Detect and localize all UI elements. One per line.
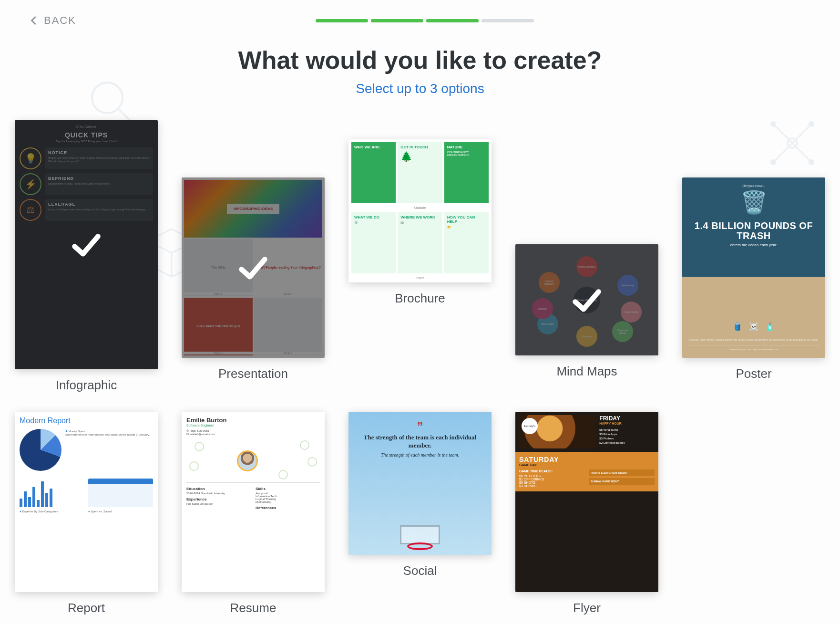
resume-thumbnail: Emilie Burton Software Engineer ✆ (555) … (182, 412, 325, 592)
option-label: Infographic (56, 378, 117, 393)
bar-chart-icon (20, 479, 84, 507)
option-poster[interactable]: Did you know... 🗑️ 1.4 BILLION POUNDS OF… (682, 120, 825, 393)
option-label: Social (403, 563, 437, 578)
option-label: Report (68, 601, 105, 615)
infographic-thumbnail: Critic Catcher QUICK TIPS Tips for Lever… (15, 120, 158, 369)
back-label: BACK (44, 14, 76, 27)
food-photo-icon (519, 415, 596, 448)
option-label: Brochure (395, 291, 445, 306)
progress-seg-1 (316, 19, 368, 22)
poster-thumbnail: Did you know... 🗑️ 1.4 BILLION POUNDS OF… (682, 177, 825, 358)
page-title: What would you like to create? (0, 46, 840, 74)
option-brochure[interactable]: WHO WE ARE GET IN TOUCH🌲 NATURECONSERVAN… (348, 120, 492, 393)
trash-icon: 🗑️ (687, 189, 820, 215)
option-flyer[interactable]: FRIDAY HAPPY HOUR $5 Wing Buffet $5 Pric… (515, 412, 658, 615)
report-thumbnail: Modern Report ● Money SpentSummary of ho… (15, 412, 158, 592)
option-presentation[interactable]: Title SlideSlide 2 Aren't People reading… (182, 120, 325, 393)
option-resume[interactable]: Emilie Burton Software Engineer ✆ (555) … (182, 412, 325, 615)
option-label: Poster (736, 366, 771, 381)
option-label: Presentation (218, 366, 288, 381)
flyer-thumbnail: FRIDAY HAPPY HOUR $5 Wing Buffet $5 Pric… (515, 412, 658, 592)
progress-seg-4 (481, 19, 534, 22)
quote-icon: ” (417, 424, 423, 429)
avatar-icon (237, 450, 258, 471)
option-label: Resume (230, 601, 277, 615)
option-infographic[interactable]: Critic Catcher QUICK TIPS Tips for Lever… (15, 120, 158, 393)
check-icon (236, 251, 270, 284)
presentation-thumbnail: Title SlideSlide 2 Aren't People reading… (182, 177, 325, 358)
progress-seg-3 (426, 19, 479, 22)
option-social[interactable]: ” The strength of the team is each indiv… (348, 412, 492, 615)
check-icon (570, 283, 604, 317)
option-mindmaps[interactable]: Content Marketing Public Speaking Advert… (515, 120, 658, 393)
option-report[interactable]: Modern Report ● Money SpentSummary of ho… (15, 412, 158, 615)
page-subtitle: Select up to 3 options (0, 81, 840, 96)
progress-bar (316, 19, 534, 22)
mindmaps-thumbnail: Content Marketing Public Speaking Advert… (515, 244, 658, 355)
social-thumbnail: ” The strength of the team is each indiv… (348, 412, 492, 555)
brochure-thumbnail: WHO WE ARE GET IN TOUCH🌲 NATURECONSERVAN… (348, 139, 492, 282)
pie-chart-icon (20, 429, 61, 471)
option-label: Mind Maps (556, 364, 617, 379)
basketball-hoop-icon (391, 517, 449, 555)
progress-seg-2 (371, 19, 423, 22)
option-label: Flyer (573, 601, 601, 615)
chevron-left-icon (29, 15, 39, 26)
check-icon (70, 228, 103, 261)
back-button[interactable]: BACK (29, 14, 76, 27)
